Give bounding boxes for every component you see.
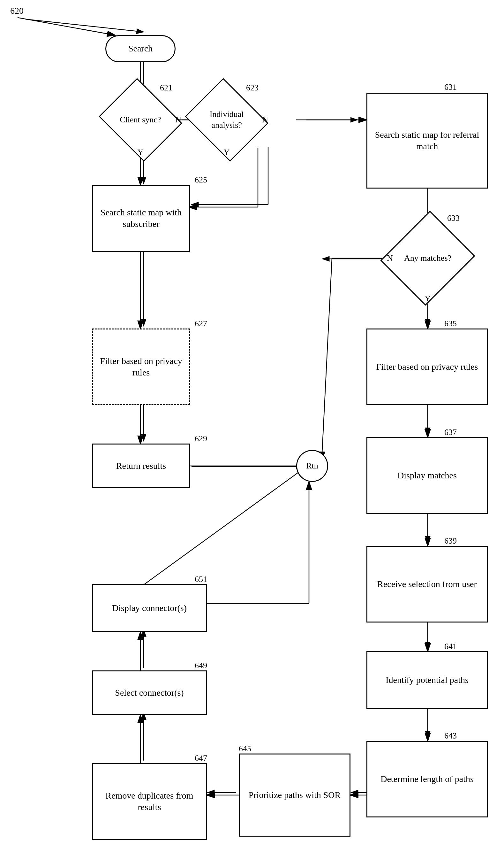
- determine-length-label: Determine length of paths: [380, 773, 474, 785]
- identify-paths-label: Identify potential paths: [385, 674, 469, 686]
- search-static-referral-node: Search static map for referral match: [366, 93, 488, 189]
- display-connectors-num: 651: [195, 574, 207, 584]
- filter-privacy-left-num: 627: [195, 319, 207, 328]
- search-static-subscriber-num: 625: [195, 175, 207, 185]
- any-matches-num: 633: [447, 213, 460, 223]
- filter-privacy-right-num: 635: [444, 319, 457, 328]
- individual-n-label: N: [262, 115, 268, 125]
- any-matches-label: Any matches?: [404, 253, 451, 264]
- return-results-label: Return results: [116, 460, 166, 472]
- remove-duplicates-num: 647: [195, 754, 207, 763]
- receive-selection-label: Receive selection from user: [377, 579, 477, 590]
- any-matches-diamond-container: Any matches? 633 N Y: [396, 223, 460, 293]
- individual-analysis-diamond-container: Individual analysis? 623 N Y: [195, 93, 258, 147]
- receive-selection-node: Receive selection from user: [366, 546, 488, 622]
- client-sync-n-label: N: [175, 115, 181, 125]
- filter-privacy-right-node: Filter based on privacy rules: [366, 328, 488, 405]
- filter-privacy-left-label: Filter based on privacy rules: [93, 355, 189, 379]
- search-static-subscriber-node: Search static map with subscriber: [92, 185, 190, 252]
- individual-y-label: Y: [224, 148, 230, 157]
- select-connectors-num: 649: [195, 661, 207, 670]
- filter-privacy-left-node: Filter based on privacy rules: [92, 328, 190, 405]
- search-node: Search: [105, 35, 176, 62]
- flowchart-diagram: 620: [0, 0, 504, 843]
- select-connectors-node: Select connector(s): [92, 670, 207, 715]
- remove-duplicates-label: Remove duplicates from results: [93, 790, 206, 813]
- search-static-referral-label: Search static map for referral match: [367, 129, 487, 152]
- identify-paths-node: Identify potential paths: [366, 651, 488, 709]
- individual-analysis-label: Individual analysis?: [196, 109, 257, 131]
- svg-line-33: [322, 258, 332, 460]
- display-matches-label: Display matches: [397, 470, 457, 481]
- display-connectors-label: Display connector(s): [112, 602, 187, 614]
- remove-duplicates-node: Remove duplicates from results: [92, 763, 207, 840]
- client-sync-y-label: Y: [138, 148, 144, 157]
- any-matches-y-label: Y: [425, 294, 431, 304]
- individual-analysis-num: 623: [246, 83, 258, 93]
- determine-length-num: 643: [444, 731, 457, 741]
- rtn-circle: Rtn: [296, 450, 328, 482]
- prioritize-sor-num: 645: [239, 744, 251, 754]
- rtn-label: Rtn: [306, 461, 318, 471]
- any-matches-diamond: Any matches?: [380, 211, 475, 306]
- svg-line-24: [18, 18, 115, 35]
- return-results-node: Return results: [92, 444, 190, 488]
- filter-privacy-right-label: Filter based on privacy rules: [376, 361, 478, 373]
- display-matches-node: Display matches: [366, 437, 488, 514]
- svg-line-1: [25, 19, 144, 32]
- any-matches-n-label: N: [387, 254, 393, 263]
- diagram-label-620: 620: [10, 6, 24, 16]
- receive-selection-num: 639: [444, 536, 457, 546]
- return-results-num: 629: [195, 434, 207, 444]
- determine-length-node: Determine length of paths: [366, 741, 488, 818]
- select-connectors-label: Select connector(s): [115, 687, 183, 699]
- display-matches-num: 637: [444, 428, 457, 437]
- search-static-subscriber-label: Search static map with subscriber: [93, 207, 189, 230]
- client-sync-diamond-container: Client sync? 621 Y N: [109, 93, 173, 147]
- prioritize-sor-label: Prioritize paths with SOR: [249, 789, 341, 801]
- client-sync-label: Client sync?: [120, 115, 161, 125]
- client-sync-num: 621: [160, 83, 173, 93]
- display-connectors-node: Display connector(s): [92, 584, 207, 632]
- search-static-referral-num: 631: [444, 83, 457, 92]
- identify-paths-num: 641: [444, 642, 457, 651]
- prioritize-sor-node: Prioritize paths with SOR: [239, 754, 350, 837]
- search-label: Search: [128, 43, 152, 54]
